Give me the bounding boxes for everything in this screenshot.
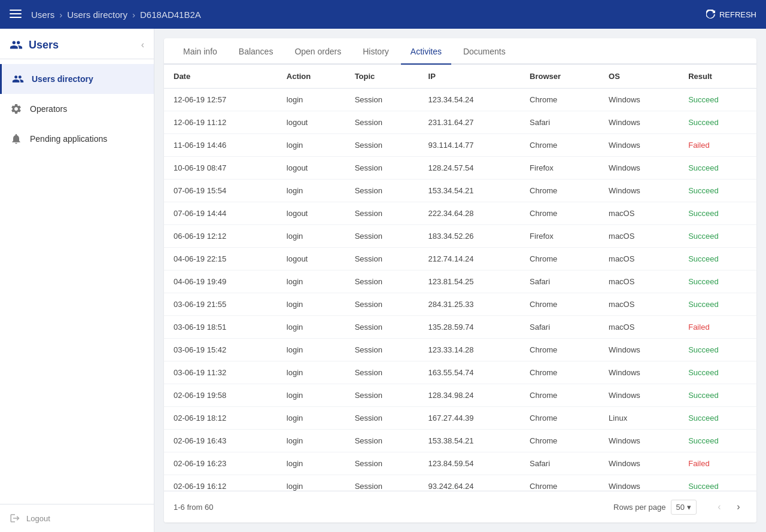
sidebar-header: Users ‹ xyxy=(0,29,154,59)
table-row: 10-06-19 08:47 logout Session 128.24.57.… xyxy=(164,157,756,180)
cell-action: login xyxy=(277,361,345,384)
topbar: Users › Users directory › D618AD41B2A RE… xyxy=(0,0,766,29)
table-row: 02-06-19 16:23 login Session 123.84.59.5… xyxy=(164,452,756,475)
cell-os: Linux xyxy=(599,407,679,430)
cell-topic: Session xyxy=(345,225,419,248)
cell-ip: 284.31.25.33 xyxy=(419,293,521,316)
col-action: Action xyxy=(277,65,345,89)
cell-browser: Chrome xyxy=(520,293,599,316)
breadcrumb: Users › Users directory › D618AD41B2A xyxy=(31,10,706,20)
cell-result: Succeed xyxy=(679,475,756,491)
table-row: 03-06-19 21:55 login Session 284.31.25.3… xyxy=(164,293,756,316)
cell-result: Succeed xyxy=(679,225,756,248)
cell-action: logout xyxy=(277,202,345,225)
cell-topic: Session xyxy=(345,407,419,430)
table-row: 02-06-19 18:12 login Session 167.27.44.3… xyxy=(164,407,756,430)
table-row: 02-06-19 16:43 login Session 153.38.54.2… xyxy=(164,430,756,452)
cell-ip: 93.114.14.77 xyxy=(419,134,521,157)
cell-result: Succeed xyxy=(679,89,756,111)
cell-ip: 167.27.44.39 xyxy=(419,407,521,430)
prev-page-button[interactable]: ‹ xyxy=(711,498,728,515)
refresh-button[interactable]: REFRESH xyxy=(706,10,756,19)
cell-ip: 123.34.54.24 xyxy=(419,89,521,111)
svg-rect-1 xyxy=(10,13,22,14)
cell-action: login xyxy=(277,316,345,339)
refresh-label: REFRESH xyxy=(719,10,756,19)
cell-topic: Session xyxy=(345,384,419,407)
sidebar-item-label-pending: Pending applications xyxy=(30,134,107,144)
sidebar-item-operators[interactable]: Operators xyxy=(0,94,154,124)
cell-os: macOS xyxy=(599,270,679,293)
cell-action: login xyxy=(277,225,345,248)
rows-per-page-value: 50 xyxy=(676,503,685,512)
rows-per-page: Rows per page 50 ▾ xyxy=(613,500,697,515)
tab-activites[interactable]: Activites xyxy=(401,38,451,65)
table-row: 02-06-19 16:12 login Session 93.242.64.2… xyxy=(164,475,756,491)
tab-balances[interactable]: Balances xyxy=(229,38,283,65)
cell-browser: Chrome xyxy=(520,89,599,111)
table-row: 12-06-19 11:12 logout Session 231.31.64.… xyxy=(164,111,756,134)
breadcrumb-users-directory[interactable]: Users directory xyxy=(67,10,127,20)
cell-action: login xyxy=(277,452,345,475)
cell-browser: Safari xyxy=(520,452,599,475)
tab-open-orders[interactable]: Open orders xyxy=(285,38,351,65)
breadcrumb-id: D618AD41B2A xyxy=(140,10,201,20)
cell-result: Succeed xyxy=(679,339,756,361)
cell-topic: Session xyxy=(345,111,419,134)
sidebar-item-users-directory[interactable]: Users directory xyxy=(0,64,154,94)
cell-result: Failed xyxy=(679,316,756,339)
cell-action: login xyxy=(277,180,345,202)
cell-ip: 163.55.54.74 xyxy=(419,361,521,384)
cell-date: 04-06-19 22:15 xyxy=(164,248,277,270)
svg-rect-2 xyxy=(10,17,22,18)
cell-os: Windows xyxy=(599,339,679,361)
sidebar-item-pending-applications[interactable]: Pending applications xyxy=(0,124,154,154)
cell-action: login xyxy=(277,407,345,430)
cell-topic: Session xyxy=(345,248,419,270)
breadcrumb-users[interactable]: Users xyxy=(31,10,54,20)
col-result: Result xyxy=(679,65,756,89)
table-row: 02-06-19 19:58 login Session 128.34.98.2… xyxy=(164,384,756,407)
cell-result: Failed xyxy=(679,452,756,475)
tab-main-info[interactable]: Main info xyxy=(174,38,227,65)
cell-ip: 123.33.14.28 xyxy=(419,339,521,361)
col-browser: Browser xyxy=(520,65,599,89)
breadcrumb-sep-1: › xyxy=(59,10,62,20)
cell-result: Succeed xyxy=(679,270,756,293)
cell-topic: Session xyxy=(345,452,419,475)
cell-action: login xyxy=(277,475,345,491)
cell-browser: Chrome xyxy=(520,430,599,452)
rows-per-page-select[interactable]: 50 ▾ xyxy=(671,500,697,515)
cell-ip: 153.38.54.21 xyxy=(419,430,521,452)
table-row: 06-06-19 12:12 login Session 183.34.52.2… xyxy=(164,225,756,248)
tab-history[interactable]: History xyxy=(353,38,399,65)
tab-documents[interactable]: Documents xyxy=(454,38,515,65)
cell-action: login xyxy=(277,384,345,407)
cell-action: logout xyxy=(277,111,345,134)
table-row: 12-06-19 12:57 login Session 123.34.54.2… xyxy=(164,89,756,111)
cell-ip: 128.24.57.54 xyxy=(419,157,521,180)
content-area: Main info Balances Open orders History A… xyxy=(154,29,766,532)
cell-date: 03-06-19 18:51 xyxy=(164,316,277,339)
users-icon xyxy=(10,38,23,51)
cell-action: login xyxy=(277,293,345,316)
logout-button[interactable]: Logout xyxy=(0,504,154,532)
cell-os: Windows xyxy=(599,89,679,111)
cell-browser: Chrome xyxy=(520,361,599,384)
menu-icon[interactable] xyxy=(10,8,22,22)
sidebar: Users ‹ Users directory Operators xyxy=(0,29,154,532)
sidebar-collapse-button[interactable]: ‹ xyxy=(141,39,144,50)
next-page-button[interactable]: › xyxy=(730,498,747,515)
cell-browser: Chrome xyxy=(520,248,599,270)
table-row: 03-06-19 15:42 login Session 123.33.14.2… xyxy=(164,339,756,361)
cell-date: 02-06-19 19:58 xyxy=(164,384,277,407)
cell-ip: 123.84.59.54 xyxy=(419,452,521,475)
cell-result: Succeed xyxy=(679,248,756,270)
cell-date: 11-06-19 14:46 xyxy=(164,134,277,157)
cell-result: Succeed xyxy=(679,384,756,407)
cell-os: Windows xyxy=(599,361,679,384)
cell-date: 03-06-19 15:42 xyxy=(164,339,277,361)
breadcrumb-sep-2: › xyxy=(132,10,135,20)
cell-os: macOS xyxy=(599,293,679,316)
cell-browser: Chrome xyxy=(520,407,599,430)
